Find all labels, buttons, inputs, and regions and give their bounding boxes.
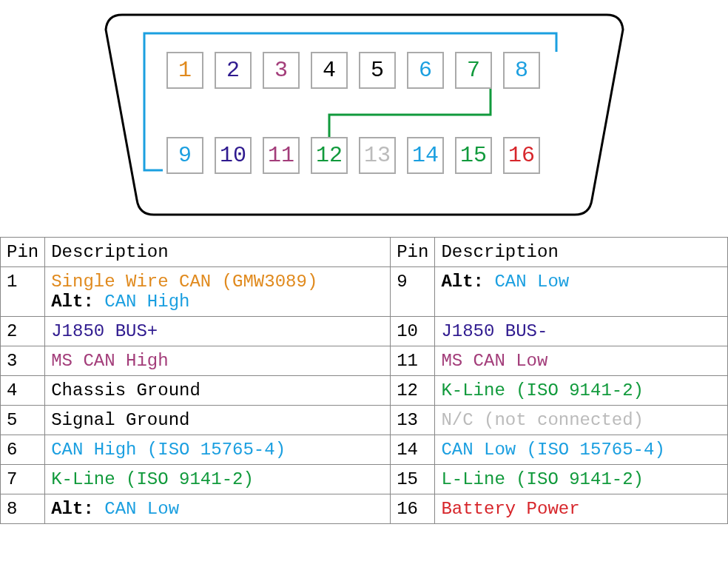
pin-4: 4 bbox=[311, 52, 348, 89]
cell-desc: N/C (not connected) bbox=[435, 406, 728, 435]
desc-segment: Chassis Ground bbox=[51, 380, 200, 400]
cell-pin: 5 bbox=[1, 406, 45, 435]
pin-16: 16 bbox=[503, 137, 540, 174]
table-row: 8Alt: CAN Low16Battery Power bbox=[1, 494, 728, 524]
wire-pin8-pin9 bbox=[144, 33, 556, 170]
cell-pin: 3 bbox=[1, 346, 45, 376]
cell-pin: 16 bbox=[391, 494, 435, 524]
desc-segment: Signal Ground bbox=[51, 410, 189, 430]
desc-segment: CAN High (ISO 15765-4) bbox=[51, 440, 286, 460]
table-row: 4Chassis Ground12K-Line (ISO 9141-2) bbox=[1, 376, 728, 406]
pin-9: 9 bbox=[166, 137, 203, 174]
pin-label: 2 bbox=[226, 58, 240, 83]
pin-14: 14 bbox=[407, 137, 444, 174]
pin-6: 6 bbox=[407, 52, 444, 89]
pin-label: 16 bbox=[508, 143, 535, 168]
diagram-container: 12345678910111213141516 Pin Description … bbox=[0, 0, 728, 587]
connector-outline-svg bbox=[0, 0, 728, 229]
cell-pin: 13 bbox=[391, 406, 435, 435]
pin-1: 1 bbox=[166, 52, 203, 89]
cell-pin: 14 bbox=[391, 435, 435, 465]
cell-pin: 10 bbox=[391, 317, 435, 346]
pin-label: 11 bbox=[268, 143, 294, 168]
cell-pin: 6 bbox=[1, 435, 45, 465]
cell-desc: Single Wire CAN (GMW3089)Alt: CAN High bbox=[45, 267, 391, 317]
pin-12: 12 bbox=[311, 137, 348, 174]
desc-segment: CAN Low bbox=[494, 272, 569, 292]
desc-segment: K-Line (ISO 9141-2) bbox=[51, 469, 254, 489]
cell-desc: L-Line (ISO 9141-2) bbox=[435, 465, 728, 494]
pin-label: 14 bbox=[412, 143, 439, 168]
cell-desc: K-Line (ISO 9141-2) bbox=[45, 465, 391, 494]
cell-pin: 9 bbox=[391, 267, 435, 317]
cell-pin: 15 bbox=[391, 465, 435, 494]
pin-label: 7 bbox=[467, 58, 480, 83]
cell-desc: MS CAN High bbox=[45, 346, 391, 376]
table-body: 1Single Wire CAN (GMW3089)Alt: CAN High9… bbox=[1, 267, 728, 524]
cell-desc: Alt: CAN Low bbox=[45, 494, 391, 524]
cell-pin: 11 bbox=[391, 346, 435, 376]
cell-pin: 2 bbox=[1, 317, 45, 346]
desc-segment: Alt: bbox=[51, 499, 104, 519]
pin-3: 3 bbox=[263, 52, 300, 89]
pin-label: 6 bbox=[419, 58, 432, 83]
pin-label: 8 bbox=[515, 58, 528, 83]
pin-label: 1 bbox=[178, 58, 192, 83]
pin-label: 4 bbox=[323, 58, 336, 83]
cell-desc: Battery Power bbox=[435, 494, 728, 524]
table-row: 6CAN High (ISO 15765-4)14CAN Low (ISO 15… bbox=[1, 435, 728, 465]
desc-segment: K-Line (ISO 9141-2) bbox=[441, 380, 644, 400]
table-row: 3MS CAN High11MS CAN Low bbox=[1, 346, 728, 376]
cell-desc: K-Line (ISO 9141-2) bbox=[435, 376, 728, 406]
desc-segment: L-Line (ISO 9141-2) bbox=[441, 469, 644, 489]
pinout-table: Pin Description Pin Description 1Single … bbox=[0, 237, 728, 524]
cell-desc: Alt: CAN Low bbox=[435, 267, 728, 317]
cell-desc: Chassis Ground bbox=[45, 376, 391, 406]
desc-segment: MS CAN High bbox=[51, 351, 168, 371]
cell-desc: MS CAN Low bbox=[435, 346, 728, 376]
desc-segment: CAN Low bbox=[104, 499, 179, 519]
desc-segment: CAN High bbox=[104, 292, 189, 312]
pin-13: 13 bbox=[359, 137, 396, 174]
pin-label: 5 bbox=[371, 58, 384, 83]
pin-8: 8 bbox=[503, 52, 540, 89]
table-row: 5Signal Ground13N/C (not connected) bbox=[1, 406, 728, 435]
pin-label: 10 bbox=[220, 143, 246, 168]
pin-label: 15 bbox=[460, 143, 487, 168]
desc-segment: Alt: bbox=[441, 272, 494, 292]
pin-label: 13 bbox=[364, 143, 391, 168]
desc-segment: MS CAN Low bbox=[441, 351, 547, 371]
table-row: 7K-Line (ISO 9141-2)15L-Line (ISO 9141-2… bbox=[1, 465, 728, 494]
desc-segment: N/C (not connected) bbox=[441, 410, 644, 430]
pin-label: 3 bbox=[274, 58, 288, 83]
cell-pin: 12 bbox=[391, 376, 435, 406]
desc-segment: Single Wire CAN (GMW3089) bbox=[51, 272, 317, 292]
pin-10: 10 bbox=[215, 137, 252, 174]
desc-segment: Battery Power bbox=[441, 499, 579, 519]
cell-pin: 4 bbox=[1, 376, 45, 406]
pin-11: 11 bbox=[263, 137, 300, 174]
desc-segment: CAN Low (ISO 15765-4) bbox=[441, 440, 664, 460]
pin-label: 9 bbox=[178, 143, 192, 168]
th-pin-right: Pin bbox=[391, 238, 435, 267]
cell-pin: 8 bbox=[1, 494, 45, 524]
cell-pin: 1 bbox=[1, 267, 45, 317]
pin-7: 7 bbox=[455, 52, 492, 89]
cell-desc: Signal Ground bbox=[45, 406, 391, 435]
pin-label: 12 bbox=[316, 143, 343, 168]
th-desc-right: Description bbox=[435, 238, 728, 267]
cell-desc: CAN High (ISO 15765-4) bbox=[45, 435, 391, 465]
cell-desc: CAN Low (ISO 15765-4) bbox=[435, 435, 728, 465]
th-pin-left: Pin bbox=[1, 238, 45, 267]
pin-15: 15 bbox=[455, 137, 492, 174]
table-row: 2J1850 BUS+10J1850 BUS- bbox=[1, 317, 728, 346]
cell-desc: J1850 BUS+ bbox=[45, 317, 391, 346]
pin-2: 2 bbox=[215, 52, 252, 89]
wire-pin7-pin12 bbox=[329, 89, 491, 137]
table-header-row: Pin Description Pin Description bbox=[1, 238, 728, 267]
th-desc-left: Description bbox=[45, 238, 391, 267]
cell-desc: J1850 BUS- bbox=[435, 317, 728, 346]
table-row: 1Single Wire CAN (GMW3089)Alt: CAN High9… bbox=[1, 267, 728, 317]
cell-pin: 7 bbox=[1, 465, 45, 494]
desc-segment: J1850 BUS- bbox=[441, 321, 547, 341]
